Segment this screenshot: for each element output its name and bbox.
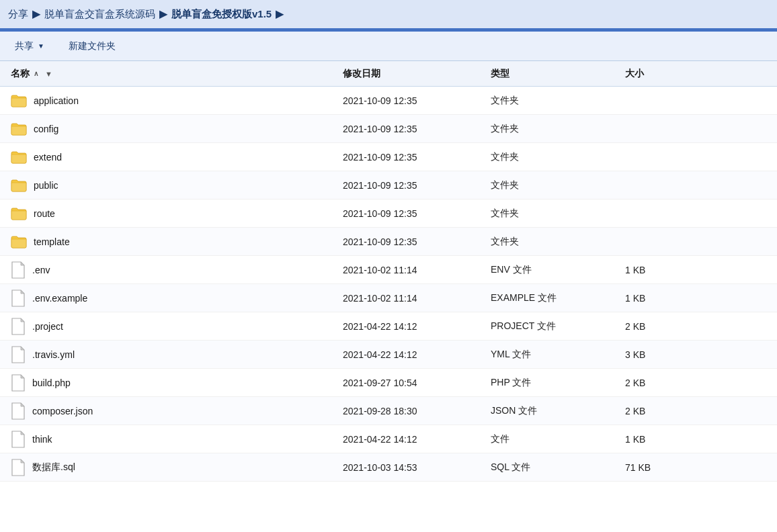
file-icon [11,402,26,420]
file-modified: 2021-10-09 12:35 [343,236,491,247]
file-modified: 2021-10-02 11:14 [343,265,491,275]
share-dropdown-arrow: ▼ [38,42,44,50]
file-name-cell: .env.example [0,290,343,307]
new-folder-label: 新建文件夹 [69,40,116,52]
file-icon [11,261,26,279]
list-item[interactable]: 数据库.sql2021-10-03 14:53SQL 文件71 KB [0,453,777,482]
file-name-cell: .travis.yml [0,346,343,363]
file-type: JSON 文件 [491,405,625,417]
file-name-cell: build.php [0,374,343,392]
list-item[interactable]: .travis.yml2021-04-22 14:12YML 文件3 KB [0,341,777,369]
file-name-cell: .project [0,318,343,335]
list-item[interactable]: route2021-10-09 12:35文件夹 [0,200,777,228]
file-type: SQL 文件 [491,461,625,474]
list-item[interactable]: .env.example2021-10-02 11:14EXAMPLE 文件1 … [0,284,777,312]
file-type: EXAMPLE 文件 [491,292,625,304]
list-item[interactable]: .env2021-10-02 11:14ENV 文件1 KB [0,256,777,284]
file-modified: 2021-04-22 14:12 [343,321,491,332]
list-item[interactable]: .project2021-04-22 14:12PROJECT 文件2 KB [0,312,777,341]
file-name-cell: template [0,235,343,249]
file-name-text: public [34,180,58,191]
file-type: 文件夹 [491,208,625,220]
filter-arrow[interactable]: ▼ [45,70,52,78]
file-icon [11,459,26,476]
share-label: 共享 [15,40,34,52]
file-type: ENV 文件 [491,264,625,276]
file-icon [11,318,26,335]
file-type: 文件 [491,433,625,445]
file-modified: 2021-10-09 12:35 [343,95,491,106]
file-size: 1 KB [625,265,706,275]
file-type: 文件夹 [491,236,625,248]
list-item[interactable]: public2021-10-09 12:35文件夹 [0,171,777,200]
list-item[interactable]: build.php2021-09-27 10:54PHP 文件2 KB [0,369,777,397]
file-type: 文件夹 [491,123,625,135]
file-icon [11,431,26,448]
file-icon [11,374,26,392]
list-item[interactable]: think2021-04-22 14:12文件1 KB [0,425,777,453]
file-name-cell: composer.json [0,402,343,420]
file-modified: 2021-04-22 14:12 [343,349,491,360]
file-name-cell: 数据库.sql [0,459,343,476]
list-item[interactable]: application2021-10-09 12:35文件夹 [0,87,777,115]
file-size: 3 KB [625,349,706,360]
col-header-modified[interactable]: 修改日期 [343,68,491,80]
file-icon [11,290,26,307]
file-type: 文件夹 [491,179,625,191]
file-name-text: extend [34,152,62,163]
breadcrumb-bar: 分享 ▶ 脱单盲盒交盲盒系统源码 ▶ 脱单盲盒免授权版v1.5 ▶ [0,0,777,30]
folder-icon [11,122,27,136]
file-type: YML 文件 [491,349,625,361]
file-name-cell: public [0,179,343,192]
file-name-cell: extend [0,150,343,164]
folder-icon [11,150,27,164]
file-name-cell: route [0,207,343,220]
list-item[interactable]: template2021-10-09 12:35文件夹 [0,228,777,256]
file-list: application2021-10-09 12:35文件夹 config202… [0,87,777,482]
col-header-type[interactable]: 类型 [491,68,625,80]
folder-icon [11,94,27,107]
folder-icon [11,179,27,192]
breadcrumb-sep-2: ▶ [159,8,167,20]
file-type: PROJECT 文件 [491,320,625,332]
file-name-text: config [34,124,58,134]
file-name-cell: .env [0,261,343,279]
toolbar: 共享 ▼ 新建文件夹 [0,32,777,61]
breadcrumb-item-share[interactable]: 分享 [8,8,28,21]
list-item[interactable]: extend2021-10-09 12:35文件夹 [0,143,777,171]
breadcrumb-item-source[interactable]: 脱单盲盒交盲盒系统源码 [44,8,155,21]
file-name-cell: config [0,122,343,136]
file-type: 文件夹 [491,151,625,163]
breadcrumb-item-current[interactable]: 脱单盲盒免授权版v1.5 [171,8,272,21]
file-size: 2 KB [625,321,706,332]
file-modified: 2021-10-03 14:53 [343,462,491,473]
col-header-size[interactable]: 大小 [625,68,706,80]
column-headers: 名称 ∧ ▼ 修改日期 类型 大小 [0,61,777,87]
list-item[interactable]: composer.json2021-09-28 18:30JSON 文件2 KB [0,397,777,425]
file-name-text: application [34,95,79,106]
file-size: 2 KB [625,378,706,388]
share-button[interactable]: 共享 ▼ [11,38,48,54]
file-modified: 2021-10-02 11:14 [343,293,491,304]
file-size: 1 KB [625,293,706,304]
sort-indicator: ∧ [34,70,38,77]
col-header-name[interactable]: 名称 ∧ ▼ [0,68,343,80]
folder-icon [11,235,27,249]
file-icon [11,346,26,363]
file-name-text: template [34,236,70,247]
breadcrumb-sep-1: ▶ [32,8,40,20]
file-name-text: .travis.yml [32,349,75,360]
breadcrumb-sep-3: ▶ [276,8,284,20]
file-type: 文件夹 [491,95,625,107]
file-name-text: .env.example [32,293,87,304]
file-type: PHP 文件 [491,377,625,389]
file-size: 71 KB [625,462,706,473]
new-folder-button[interactable]: 新建文件夹 [65,38,120,54]
file-modified: 2021-10-09 12:35 [343,180,491,191]
file-modified: 2021-09-28 18:30 [343,406,491,416]
folder-icon [11,207,27,220]
list-item[interactable]: config2021-10-09 12:35文件夹 [0,115,777,143]
file-modified: 2021-04-22 14:12 [343,434,491,445]
file-name-text: composer.json [32,406,93,416]
file-size: 2 KB [625,406,706,416]
